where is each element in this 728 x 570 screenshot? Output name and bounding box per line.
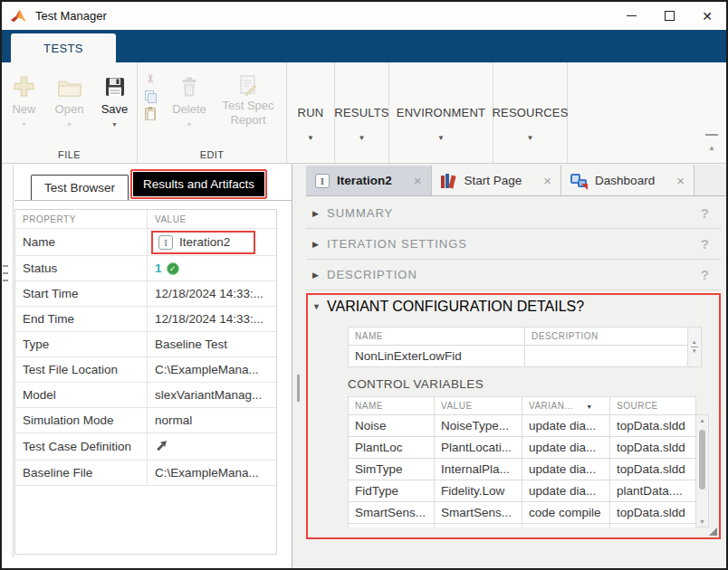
section-summary[interactable]: ▶ SUMMARY ?	[306, 198, 721, 229]
header-value: VALUE	[148, 210, 276, 228]
ribbon-tabstrip: TESTS	[2, 30, 726, 62]
property-value: C:\ExampleMana...	[148, 461, 276, 485]
file-group-label: FILE	[2, 149, 137, 160]
scroll-down-icon[interactable]: ▼	[696, 518, 708, 525]
cv-header-value[interactable]: VALUE	[435, 397, 522, 415]
copy-icon[interactable]	[145, 90, 156, 102]
help-icon[interactable]: ?	[701, 205, 709, 221]
cv-header-variant[interactable]: VARIAN...▼	[522, 397, 610, 415]
maximize-button[interactable]	[650, 2, 688, 30]
cv-header-name[interactable]: NAME	[349, 397, 435, 415]
doc-tab-dashboard[interactable]: Dashboard ×	[561, 166, 694, 195]
property-value[interactable]: I Iteration2	[148, 229, 276, 255]
help-icon[interactable]: ?	[701, 236, 709, 252]
cv-table-scrollbar[interactable]: ▲ ▼	[695, 414, 709, 527]
goto-test-case-icon[interactable]	[155, 439, 168, 455]
iteration-icon: I	[158, 235, 173, 250]
property-label: End Time	[15, 307, 148, 331]
annotation-box-name-value: I Iteration2	[151, 231, 255, 254]
dropdown-caret-icon: ▼	[307, 134, 314, 142]
doc-tab-start-page[interactable]: Start Page ×	[432, 166, 562, 195]
table-row-name: Name I Iteration2	[15, 229, 276, 256]
scroll-up-icon[interactable]: ▲	[688, 339, 701, 346]
scroll-up-icon[interactable]: ▲	[696, 417, 708, 423]
tab-results-and-artifacts[interactable]: Results and Artifacts	[133, 172, 264, 196]
table-row-model: Model slexVariantManag...	[15, 383, 276, 408]
property-label: Model	[15, 383, 148, 407]
cut-icon[interactable]: ✂	[144, 73, 158, 83]
config-header-description[interactable]: DESCRIPTION	[525, 328, 688, 346]
edit-group-label: EDIT	[138, 149, 286, 160]
ribbon-group-edit: ✂ Delete ▼	[138, 62, 287, 163]
table-row[interactable]: Noise NoiseType... update dia... topData…	[349, 415, 696, 437]
dropdown-caret-icon: ▼	[437, 134, 445, 142]
cv-value-cell: NoiseType...	[435, 415, 522, 437]
results-dropdown[interactable]: RESULTS ▼	[335, 62, 389, 163]
delete-label: Delete	[172, 102, 206, 116]
delete-icon	[178, 70, 200, 99]
paste-icon[interactable]	[145, 108, 156, 120]
left-gutter-splitter[interactable]	[2, 166, 14, 557]
window-title: Test Manager	[35, 9, 107, 23]
cv-variant-cell: update dia...	[522, 415, 610, 437]
tab-test-browser[interactable]: Test Browser	[31, 175, 129, 200]
tab-tests[interactable]: TESTS	[11, 33, 116, 62]
collapse-ribbon-button[interactable]: ▲	[705, 134, 718, 154]
start-page-icon	[441, 173, 457, 188]
ribbon-group-file: New ▼ Open ▼	[2, 62, 138, 163]
table-row[interactable]: NonLinExterLowFid	[349, 346, 702, 367]
cv-source-cell: topData.sldd	[610, 502, 696, 524]
section-variant-configuration-details[interactable]: ▼ VARIANT CONFIGURATION DETAILS ?	[308, 295, 719, 318]
resize-grip-icon[interactable]	[709, 527, 717, 536]
table-row[interactable]: PlantLoc PlantLocati... update dia... to…	[349, 437, 696, 459]
matlab-logo-icon	[10, 8, 27, 24]
section-iteration-settings[interactable]: ▶ ITERATION SETTINGS ?	[306, 229, 721, 260]
scroll-thumb[interactable]	[699, 430, 705, 489]
chevron-right-icon: ▶	[312, 271, 327, 280]
doc-tab-iteration2[interactable]: I Iteration2 ×	[306, 166, 432, 195]
cv-variant-cell: code compile	[522, 502, 610, 524]
dropdown-caret-icon: ▼	[187, 121, 193, 128]
config-name-cell: NonLinExterLowFid	[349, 346, 525, 367]
close-tab-icon[interactable]: ×	[543, 173, 551, 188]
main-area: Test Browser Results and Artifacts PROPE…	[2, 164, 726, 568]
help-icon[interactable]: ?	[576, 299, 584, 315]
property-label: Start Time	[15, 281, 148, 306]
scroll-thumb[interactable]	[691, 347, 698, 347]
table-row[interactable]: SimType InternalPla... update dia... top…	[349, 459, 696, 480]
ribbon-toolstrip: New ▼ Open ▼	[2, 62, 726, 164]
table-row-test-file-location: Test File Location C:\ExampleMana...	[15, 357, 276, 383]
help-icon[interactable]: ?	[701, 267, 709, 282]
close-button[interactable]: ✕	[688, 2, 726, 30]
run-dropdown[interactable]: RUN ▼	[287, 62, 335, 163]
sort-caret-icon[interactable]: ▼	[586, 404, 592, 410]
table-row[interactable]: FidType Fidelity.Low update dia... plant…	[349, 480, 696, 502]
right-panel: I Iteration2 × Start Page × Dashboard ×	[292, 164, 726, 568]
left-panel: Test Browser Results and Artifacts PROPE…	[2, 164, 292, 568]
new-icon	[12, 70, 36, 99]
resources-dropdown[interactable]: RESOURCES ▼	[493, 62, 568, 163]
cv-header-source[interactable]: SOURCE	[610, 397, 696, 415]
table-header-row: PROPERTY VALUE	[15, 210, 276, 229]
close-tab-icon[interactable]: ×	[414, 173, 422, 188]
table-header-row: NAME VALUE VARIAN...▼ SOURCE	[349, 397, 696, 415]
cv-value-cell: InternalPla...	[435, 459, 522, 480]
property-label: Simulation Mode	[15, 408, 148, 432]
report-icon	[236, 70, 260, 99]
config-table-scrollbar[interactable]: ▲ ▼	[688, 328, 702, 367]
panel-splitter-handle[interactable]	[297, 375, 300, 402]
minimize-button[interactable]	[612, 2, 650, 30]
environment-dropdown[interactable]: ENVIRONMENT ▼	[389, 62, 493, 163]
dropdown-caret-icon: ▼	[111, 121, 118, 128]
close-tab-icon[interactable]: ×	[676, 173, 685, 188]
section-description[interactable]: ▶ DESCRIPTION ?	[306, 260, 721, 290]
dropdown-caret-icon: ▼	[66, 121, 72, 128]
config-header-name[interactable]: NAME	[349, 328, 525, 346]
dashboard-icon	[570, 173, 588, 189]
table-row[interactable]: SmartSens... SmartSens... code compile t…	[349, 502, 696, 524]
variant-content: NAME DESCRIPTION ▲ ▼ NonLinExterLowFid	[308, 318, 719, 527]
scroll-down-icon[interactable]: ▼	[688, 348, 701, 355]
dropdown-caret-icon: ▼	[359, 134, 366, 142]
open-label: Open	[55, 102, 84, 116]
cv-name-cell: Noise	[349, 415, 435, 437]
